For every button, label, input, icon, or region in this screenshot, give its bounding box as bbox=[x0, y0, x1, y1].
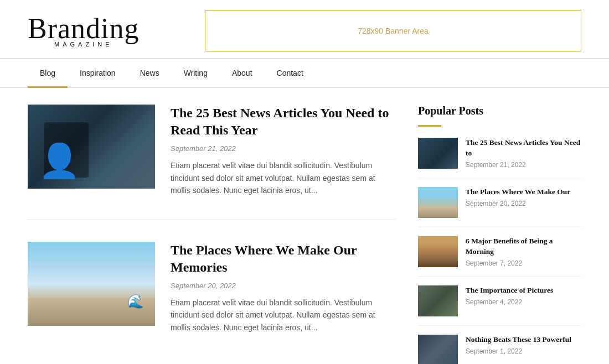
nav-item-blog[interactable]: Blog bbox=[28, 59, 68, 87]
popular-post-title-4[interactable]: The Importance of Pictures bbox=[466, 285, 581, 296]
main-content: The 25 Best News Articles You Need to Re… bbox=[0, 88, 609, 364]
nav-item-news[interactable]: News bbox=[128, 59, 172, 87]
popular-post-date-4: September 4, 2022 bbox=[466, 298, 581, 306]
popular-thumb-1 bbox=[418, 138, 458, 169]
popular-post-info-2: The Places Where We Make Our September 2… bbox=[466, 187, 581, 207]
nav-item-about[interactable]: About bbox=[220, 59, 265, 87]
nav-item-inspiration[interactable]: Inspiration bbox=[68, 59, 128, 87]
logo-sub: MAGAZINE bbox=[28, 41, 140, 48]
article-thumbnail-1 bbox=[28, 105, 155, 189]
logo[interactable]: Branding MAGAZINE bbox=[28, 14, 140, 48]
article-date-1: September 21, 2022 bbox=[171, 144, 396, 153]
article-excerpt-1: Etiam placerat velit vitae dui blandit s… bbox=[171, 159, 396, 196]
popular-post-title-3[interactable]: 6 Major Benefits of Being a Morning bbox=[466, 236, 581, 257]
posts-column: The 25 Best News Articles You Need to Re… bbox=[28, 105, 396, 364]
article-date-2: September 20, 2022 bbox=[171, 282, 396, 290]
popular-post-info-1: The 25 Best News Articles You Need to Se… bbox=[466, 138, 581, 169]
popular-post-title-5[interactable]: Nothing Beats These 13 Powerful bbox=[466, 335, 581, 345]
article-card: The 25 Best News Articles You Need to Re… bbox=[28, 105, 396, 220]
popular-post-5: Nothing Beats These 13 Powerful Septembe… bbox=[418, 335, 581, 364]
sidebar-title: Popular Posts bbox=[418, 105, 581, 117]
popular-thumb-4 bbox=[418, 285, 458, 316]
article-content-2: The Places Where We Make Our Memories Se… bbox=[171, 242, 396, 334]
popular-thumb-2 bbox=[418, 187, 458, 218]
popular-post-info-3: 6 Major Benefits of Being a Morning Sept… bbox=[466, 236, 581, 267]
logo-script: Branding bbox=[28, 14, 140, 43]
popular-post-3: 6 Major Benefits of Being a Morning Sept… bbox=[418, 236, 581, 277]
sidebar-title-underline bbox=[418, 125, 441, 127]
popular-post-4: The Importance of Pictures September 4, … bbox=[418, 285, 581, 326]
nav-item-writing[interactable]: Writing bbox=[172, 59, 220, 87]
popular-post-2: The Places Where We Make Our September 2… bbox=[418, 187, 581, 227]
popular-post-title-2[interactable]: The Places Where We Make Our bbox=[466, 187, 581, 197]
popular-post-date-5: September 1, 2022 bbox=[466, 347, 581, 355]
banner-text: 728x90 Banner Area bbox=[358, 27, 429, 35]
nav-item-contact[interactable]: Contact bbox=[265, 59, 316, 87]
article-content-1: The 25 Best News Articles You Need to Re… bbox=[171, 105, 396, 197]
popular-post-date-1: September 21, 2022 bbox=[466, 161, 581, 169]
popular-post-title-1[interactable]: The 25 Best News Articles You Need to bbox=[466, 138, 581, 159]
sidebar: Popular Posts The 25 Best News Articles … bbox=[418, 105, 581, 364]
popular-post-info-5: Nothing Beats These 13 Powerful Septembe… bbox=[466, 335, 581, 355]
site-header: Branding MAGAZINE 728x90 Banner Area bbox=[0, 0, 609, 58]
popular-thumb-3 bbox=[418, 236, 458, 267]
main-nav: Blog Inspiration News Writing About Cont… bbox=[0, 58, 609, 88]
article-title-1[interactable]: The 25 Best News Articles You Need to Re… bbox=[171, 105, 396, 139]
article-title-2[interactable]: The Places Where We Make Our Memories bbox=[171, 242, 396, 276]
popular-post-date-2: September 20, 2022 bbox=[466, 200, 581, 207]
article-card: The Places Where We Make Our Memories Se… bbox=[28, 242, 396, 356]
popular-post-1: The 25 Best News Articles You Need to Se… bbox=[418, 138, 581, 178]
popular-post-info-4: The Importance of Pictures September 4, … bbox=[466, 285, 581, 306]
popular-thumb-5 bbox=[418, 335, 458, 364]
article-excerpt-2: Etiam placerat velit vitae dui blandit s… bbox=[171, 297, 396, 334]
article-thumbnail-2 bbox=[28, 242, 155, 326]
popular-post-date-3: September 7, 2022 bbox=[466, 259, 581, 267]
banner-area: 728x90 Banner Area bbox=[205, 10, 581, 51]
